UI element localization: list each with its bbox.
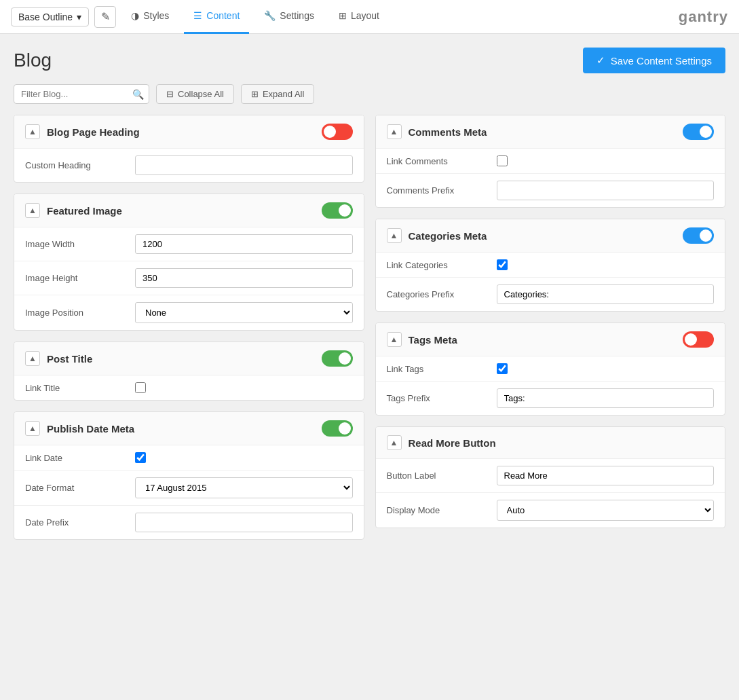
top-nav: Base Outline ▾ ✎ ◑ Styles ☰ Content 🔧 Se… <box>0 0 739 34</box>
tab-styles[interactable]: ◑ Styles <box>121 0 178 34</box>
right-column: ▲ Comments Meta Link Comments Comments P… <box>375 115 726 551</box>
expand-all-button[interactable]: ⊞ Expand All <box>241 84 314 104</box>
field-link-tags[interactable] <box>497 363 508 374</box>
field-date-format[interactable]: 17 August 2015August 17, 20152015-08-17 <box>135 477 353 498</box>
field-comments-prefix[interactable] <box>497 181 715 200</box>
form-row: Date Prefix <box>14 505 364 539</box>
styles-icon: ◑ <box>131 10 139 21</box>
page-header: Blog ✓ Save Content Settings <box>14 48 725 73</box>
panel-collapse-button[interactable]: ▲ <box>387 435 402 450</box>
field-categories-prefix[interactable] <box>497 284 715 304</box>
form-label: Link Date <box>25 453 127 463</box>
collapse-icon: ⊟ <box>166 89 174 99</box>
field-image-height[interactable] <box>135 268 353 288</box>
form-row: Link Categories <box>376 253 725 277</box>
panel-body: Link Comments Comments Prefix <box>376 149 725 207</box>
field-display-mode[interactable]: AutoManualAlwaysNever <box>497 500 715 521</box>
field-button-label[interactable] <box>497 466 715 485</box>
field-tags-prefix[interactable] <box>497 388 715 408</box>
field-image-width[interactable] <box>135 234 353 254</box>
panel-title: Featured Image <box>47 205 322 217</box>
panel-header: ▲ Read More Button <box>376 427 725 459</box>
tab-layout[interactable]: ⊞ Layout <box>329 0 389 34</box>
panel-title: Blog Page Heading <box>47 126 322 138</box>
edit-icon-btn[interactable]: ✎ <box>94 6 116 28</box>
form-label: Image Width <box>25 239 127 249</box>
panel-collapse-button[interactable]: ▲ <box>25 351 40 366</box>
filter-blog-input[interactable] <box>14 84 149 104</box>
field-image-position[interactable]: NoneLeftRightCenter <box>135 302 353 323</box>
form-label: Comments Prefix <box>387 185 489 196</box>
panel-header: ▲ Categories Meta <box>376 219 725 253</box>
field-link-categories[interactable] <box>497 259 508 270</box>
panel-toggle[interactable] <box>322 202 353 219</box>
panel-toggle[interactable] <box>683 331 714 348</box>
page-body: Blog ✓ Save Content Settings 🔍 ⊟ Collaps… <box>0 34 739 564</box>
checkmark-icon: ✓ <box>596 54 605 67</box>
form-label: Display Mode <box>387 505 489 515</box>
form-label: Tags Prefix <box>387 393 489 403</box>
panel-toggle[interactable] <box>683 124 714 140</box>
form-row: Image Position NoneLeftRightCenter <box>14 295 364 330</box>
form-row: Date Format 17 August 2015August 17, 201… <box>14 470 364 505</box>
panel-toggle[interactable] <box>322 124 353 140</box>
panel-body: Image Width Image Height Image Position … <box>14 227 364 330</box>
panel-title: Comments Meta <box>409 126 683 138</box>
filter-bar: 🔍 ⊟ Collapse All ⊞ Expand All <box>14 84 725 104</box>
tab-settings[interactable]: 🔧 Settings <box>254 0 324 34</box>
panel-header: ▲ Featured Image <box>14 194 364 227</box>
panel-blog-page-heading: ▲ Blog Page Heading Custom Heading <box>14 115 364 183</box>
field-link-title[interactable] <box>135 382 146 393</box>
panel-toggle[interactable] <box>683 227 714 244</box>
settings-icon: 🔧 <box>264 10 276 21</box>
expand-icon: ⊞ <box>251 89 259 99</box>
panel-publish-date-meta: ▲ Publish Date Meta Link Date Date Forma… <box>14 411 364 540</box>
form-row: Comments Prefix <box>376 173 725 207</box>
panel-body: Link Date Date Format 17 August 2015Augu… <box>14 445 364 539</box>
panel-tags-meta: ▲ Tags Meta Link Tags Tags Prefix <box>375 323 726 416</box>
panel-collapse-button[interactable]: ▲ <box>25 421 40 436</box>
form-row: Button Label <box>376 459 725 492</box>
panel-title: Categories Meta <box>409 230 683 242</box>
layout-icon: ⊞ <box>339 10 347 21</box>
form-row: Custom Heading <box>14 149 364 182</box>
form-label: Custom Heading <box>25 160 127 170</box>
panel-body: Link Title <box>14 375 364 400</box>
panel-header: ▲ Comments Meta <box>376 115 725 149</box>
dropdown-label: Base Outline <box>18 12 73 22</box>
panel-toggle[interactable] <box>322 350 353 367</box>
panel-collapse-button[interactable]: ▲ <box>387 332 402 347</box>
panel-collapse-button[interactable]: ▲ <box>25 124 40 139</box>
panel-title: Read More Button <box>409 437 715 449</box>
panel-body: Button Label Display Mode AutoManualAlwa… <box>376 459 725 528</box>
search-icon[interactable]: 🔍 <box>132 89 144 100</box>
field-date-prefix[interactable] <box>135 513 353 532</box>
form-row: Link Date <box>14 445 364 470</box>
form-row: Link Tags <box>376 356 725 381</box>
save-content-settings-button[interactable]: ✓ Save Content Settings <box>583 48 725 73</box>
form-label: Link Title <box>25 383 127 393</box>
panel-post-title: ▲ Post Title Link Title <box>14 342 364 401</box>
form-row: Image Width <box>14 227 364 261</box>
filter-input-wrap: 🔍 <box>14 84 149 104</box>
form-label: Image Height <box>25 273 127 283</box>
base-outline-dropdown[interactable]: Base Outline ▾ <box>11 7 89 26</box>
field-link-comments[interactable] <box>497 155 508 166</box>
field-custom-heading[interactable] <box>135 155 353 175</box>
field-link-date[interactable] <box>135 452 146 463</box>
content-icon: ☰ <box>193 10 202 21</box>
form-row: Tags Prefix <box>376 381 725 415</box>
left-column: ▲ Blog Page Heading Custom Heading ▲ Fea… <box>14 115 364 551</box>
form-row: Link Title <box>14 375 364 400</box>
panel-collapse-button[interactable]: ▲ <box>25 203 40 218</box>
panel-collapse-button[interactable]: ▲ <box>387 228 402 243</box>
edit-icon: ✎ <box>101 10 110 23</box>
form-label: Button Label <box>387 471 489 481</box>
panel-header: ▲ Blog Page Heading <box>14 115 364 149</box>
form-row: Categories Prefix <box>376 277 725 311</box>
panel-toggle[interactable] <box>322 420 353 437</box>
panel-comments-meta: ▲ Comments Meta Link Comments Comments P… <box>375 115 726 208</box>
collapse-all-button[interactable]: ⊟ Collapse All <box>156 84 234 104</box>
tab-content[interactable]: ☰ Content <box>184 0 249 34</box>
panel-collapse-button[interactable]: ▲ <box>387 124 402 139</box>
